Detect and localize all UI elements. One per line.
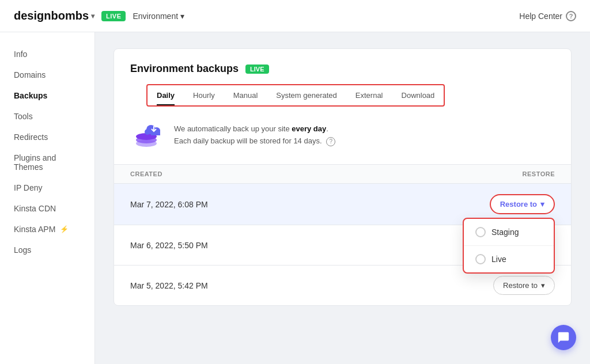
sidebar-item-kinsta-apm[interactable]: Kinsta APM ⚡	[0, 219, 94, 240]
sidebar-item-redirects[interactable]: Redirects	[0, 127, 94, 147]
restore-to-button-1[interactable]: Restore to ▾	[490, 194, 555, 214]
row-3-date: Mar 5, 2022, 5:42 PM	[130, 281, 451, 290]
staging-radio-icon[interactable]	[475, 227, 486, 237]
tab-daily[interactable]: Daily	[148, 85, 184, 105]
tab-hourly[interactable]: Hourly	[184, 85, 224, 105]
restore-btn-1-chevron-icon: ▾	[540, 200, 544, 208]
table-row: Mar 7, 2022, 6:08 PM Restore to ▾ Stagin…	[114, 184, 571, 225]
site-name-text: designbombs	[14, 9, 89, 22]
sidebar-item-domains-label: Domains	[14, 70, 46, 79]
svg-point-6	[145, 129, 150, 135]
info-description: We automatically back up your site every…	[174, 123, 335, 147]
help-center-label: Help Center	[519, 12, 562, 21]
col-created-header: CREATED	[130, 170, 451, 177]
info-text-3: Each daily backup will be stored for 14 …	[174, 136, 322, 145]
row-3-action: Restore to ▾	[451, 276, 555, 295]
sidebar-item-domains[interactable]: Domains	[0, 65, 94, 85]
tab-manual-label: Manual	[233, 91, 258, 100]
tab-system-generated-label: System generated	[276, 91, 337, 100]
sidebar-item-tools[interactable]: Tools	[0, 106, 94, 127]
tab-download[interactable]: Download	[392, 85, 444, 105]
restore-to-button-3[interactable]: Restore to ▾	[493, 276, 555, 295]
sidebar-item-logs[interactable]: Logs	[0, 240, 94, 260]
tab-external[interactable]: External	[346, 85, 392, 105]
row-2-date: Mar 6, 2022, 5:50 PM	[130, 241, 451, 250]
info-text-period: .	[326, 124, 328, 133]
tab-external-label: External	[355, 91, 383, 100]
sidebar-item-tools-label: Tools	[14, 112, 33, 121]
sidebar-item-backups[interactable]: Backups	[0, 85, 94, 106]
restore-btn-1-label: Restore to	[500, 200, 537, 208]
header: designbombs ▾ LIVE Environment ▾ Help Ce…	[0, 0, 590, 32]
dropdown-wrapper-1: Restore to ▾ Staging Live	[490, 194, 555, 214]
tabs-container: Daily Hourly Manual System generated Ext…	[146, 84, 445, 107]
info-tooltip-icon[interactable]: ?	[326, 137, 335, 146]
tab-hourly-label: Hourly	[193, 91, 215, 100]
layout: Info Domains Backups Tools Redirects Plu…	[0, 32, 590, 364]
sidebar: Info Domains Backups Tools Redirects Plu…	[0, 32, 95, 364]
sidebar-item-kinsta-cdn[interactable]: Kinsta CDN	[0, 198, 94, 219]
live-environment-badge: LIVE	[101, 11, 126, 21]
chat-button[interactable]	[551, 325, 576, 350]
staging-label: Staging	[491, 227, 519, 237]
sidebar-item-ip-deny[interactable]: IP Deny	[0, 177, 94, 198]
sidebar-item-ip-deny-label: IP Deny	[14, 183, 43, 192]
row-1-date: Mar 7, 2022, 6:08 PM	[130, 200, 451, 209]
col-restore-header: RESTORE	[451, 170, 555, 177]
chat-icon	[557, 331, 570, 344]
sidebar-item-plugins-themes[interactable]: Plugins and Themes	[0, 147, 94, 177]
environment-label: Environment	[133, 12, 178, 21]
sidebar-item-info[interactable]: Info	[0, 44, 94, 65]
table-header: CREATED RESTORE	[114, 165, 571, 184]
backup-illustration	[130, 118, 165, 153]
restore-to-staging[interactable]: Staging	[464, 219, 554, 246]
header-left: designbombs ▾ LIVE Environment ▾	[14, 9, 184, 22]
restore-to-live[interactable]: Live	[464, 246, 554, 272]
sidebar-item-kinsta-apm-label: Kinsta APM	[14, 225, 55, 234]
live-label: Live	[491, 255, 506, 264]
restore-btn-3-label: Restore to	[503, 281, 538, 290]
tab-system-generated[interactable]: System generated	[267, 85, 346, 105]
content-card: Environment backups LIVE Daily Hourly Ma…	[114, 48, 572, 306]
info-section: We automatically back up your site every…	[114, 107, 571, 165]
site-name-chevron-icon: ▾	[91, 12, 94, 20]
help-circle-icon: ?	[566, 11, 576, 21]
sidebar-item-backups-label: Backups	[14, 91, 47, 100]
card-live-badge: LIVE	[245, 65, 268, 74]
site-name[interactable]: designbombs ▾	[14, 9, 94, 22]
card-header: Environment backups LIVE	[114, 49, 571, 75]
restore-dropdown-1: Staging Live	[463, 218, 555, 274]
sidebar-item-logs-label: Logs	[14, 245, 31, 255]
tab-daily-label: Daily	[157, 91, 175, 100]
tab-manual[interactable]: Manual	[224, 85, 267, 105]
environment-selector[interactable]: Environment ▾	[133, 12, 184, 21]
tab-download-label: Download	[402, 91, 435, 100]
sidebar-item-plugins-themes-label: Plugins and Themes	[14, 153, 81, 172]
row-1-action: Restore to ▾ Staging Live	[451, 194, 555, 214]
restore-btn-3-chevron-icon: ▾	[541, 281, 545, 290]
card-title: Environment backups	[130, 63, 239, 75]
info-text-1: We automatically back up your site	[174, 124, 292, 133]
sidebar-item-info-label: Info	[14, 50, 27, 59]
kinsta-apm-bolt-icon: ⚡	[60, 225, 69, 233]
info-text-bold: every day	[292, 124, 326, 133]
environment-chevron-icon: ▾	[180, 12, 184, 21]
sidebar-item-redirects-label: Redirects	[14, 132, 48, 142]
live-radio-icon[interactable]	[475, 254, 486, 264]
sidebar-item-kinsta-cdn-label: Kinsta CDN	[14, 204, 56, 213]
help-center-button[interactable]: Help Center ?	[519, 11, 576, 21]
main-content: Environment backups LIVE Daily Hourly Ma…	[95, 32, 590, 364]
